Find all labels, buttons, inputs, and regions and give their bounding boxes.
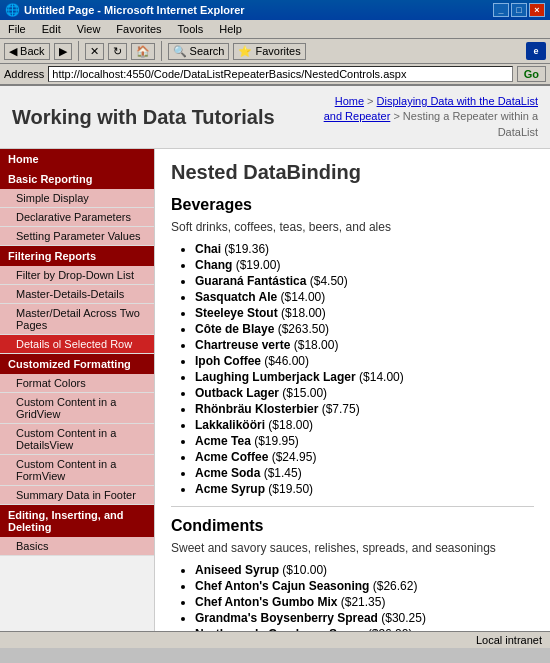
breadcrumb-home[interactable]: Home (335, 95, 364, 107)
section-divider (171, 506, 534, 507)
sidebar-item-custom-content-detailsview[interactable]: Custom Content in a DetailsView (0, 424, 154, 455)
sidebar-section-editing[interactable]: Editing, Inserting, and Deleting (0, 505, 154, 537)
list-item: Chartreuse verte ($18.00) (195, 338, 534, 352)
search-button[interactable]: 🔍 Search (168, 43, 230, 60)
address-label: Address (4, 68, 44, 80)
favorites-button[interactable]: ⭐ Favorites (233, 43, 305, 60)
home-button[interactable]: 🏠 (131, 43, 155, 60)
menu-help[interactable]: Help (215, 22, 246, 36)
page-content: Working with Data Tutorials Home > Displ… (0, 86, 550, 631)
stop-button[interactable]: ✕ (85, 43, 104, 60)
window-title: Untitled Page - Microsoft Internet Explo… (24, 4, 245, 16)
category-beverages-title: Beverages (171, 196, 534, 214)
sidebar-section-basic-reporting[interactable]: Basic Reporting (0, 169, 154, 189)
list-item: Northwoods Cranberry Sauce ($36.00) (195, 627, 534, 631)
toolbar-sep-1 (78, 41, 79, 61)
condiments-product-list: Aniseed Syrup ($10.00) Chef Anton's Caju… (171, 563, 534, 631)
ie-logo: e (526, 42, 546, 60)
sidebar-item-format-colors[interactable]: Format Colors (0, 374, 154, 393)
status-bar: Local intranet (0, 631, 550, 648)
sidebar-item-master-details[interactable]: Master-Details-Details (0, 285, 154, 304)
category-beverages: Beverages Soft drinks, coffees, teas, be… (171, 196, 534, 496)
title-bar-controls[interactable]: _ □ × (493, 3, 545, 17)
menu-bar: File Edit View Favorites Tools Help (0, 20, 550, 39)
refresh-button[interactable]: ↻ (108, 43, 127, 60)
menu-edit[interactable]: Edit (38, 22, 65, 36)
sidebar-item-basics[interactable]: Basics (0, 537, 154, 556)
category-condiments: Condiments Sweet and savory sauces, reli… (171, 517, 534, 631)
zone-text: Local intranet (476, 634, 542, 646)
list-item: Acme Coffee ($24.95) (195, 450, 534, 464)
sidebar-section-filtering-reports[interactable]: Filtering Reports (0, 246, 154, 266)
title-bar: 🌐 Untitled Page - Microsoft Internet Exp… (0, 0, 550, 20)
minimize-button[interactable]: _ (493, 3, 509, 17)
category-beverages-desc: Soft drinks, coffees, teas, beers, and a… (171, 220, 534, 234)
sidebar-item-setting-parameter-values[interactable]: Setting Parameter Values (0, 227, 154, 246)
list-item: Chef Anton's Gumbo Mix ($21.35) (195, 595, 534, 609)
address-input[interactable] (48, 66, 512, 82)
list-item: Lakkalikööri ($18.00) (195, 418, 534, 432)
list-item: Grandma's Boysenberry Spread ($30.25) (195, 611, 534, 625)
menu-view[interactable]: View (73, 22, 105, 36)
toolbar: ◀ Back ▶ ✕ ↻ 🏠 🔍 Search ⭐ Favorites e (0, 39, 550, 64)
content-area: Nested DataBinding Beverages Soft drinks… (155, 149, 550, 631)
title-bar-left: 🌐 Untitled Page - Microsoft Internet Exp… (5, 3, 245, 17)
list-item: Aniseed Syrup ($10.00) (195, 563, 534, 577)
sidebar-item-summary-data-footer[interactable]: Summary Data in Footer (0, 486, 154, 505)
close-button[interactable]: × (529, 3, 545, 17)
back-button[interactable]: ◀ Back (4, 43, 50, 60)
site-title: Working with Data Tutorials (12, 106, 275, 129)
list-item: Chai ($19.36) (195, 242, 534, 256)
list-item: Ipoh Coffee ($46.00) (195, 354, 534, 368)
list-item: Outback Lager ($15.00) (195, 386, 534, 400)
list-item: Côte de Blaye ($263.50) (195, 322, 534, 336)
list-item: Guaraná Fantástica ($4.50) (195, 274, 534, 288)
list-item: Steeleye Stout ($18.00) (195, 306, 534, 320)
sidebar: Home Basic Reporting Simple Display Decl… (0, 149, 155, 631)
sidebar-item-simple-display[interactable]: Simple Display (0, 189, 154, 208)
address-bar: Address Go (0, 64, 550, 86)
toolbar-sep-2 (161, 41, 162, 61)
main-layout: Home Basic Reporting Simple Display Decl… (0, 149, 550, 631)
sidebar-section-customized-formatting[interactable]: Customized Formatting (0, 354, 154, 374)
list-item: Acme Tea ($19.95) (195, 434, 534, 448)
list-item: Acme Soda ($1.45) (195, 466, 534, 480)
list-item: Chef Anton's Cajun Seasoning ($26.62) (195, 579, 534, 593)
category-condiments-desc: Sweet and savory sauces, relishes, sprea… (171, 541, 534, 555)
ie-icon: 🌐 (5, 3, 20, 17)
breadcrumb: Home > Displaying Data with the DataList… (318, 94, 538, 140)
maximize-button[interactable]: □ (511, 3, 527, 17)
go-button[interactable]: Go (517, 66, 546, 82)
list-item: Laughing Lumberjack Lager ($14.00) (195, 370, 534, 384)
list-item: Chang ($19.00) (195, 258, 534, 272)
menu-favorites[interactable]: Favorites (112, 22, 165, 36)
forward-button[interactable]: ▶ (54, 43, 72, 60)
page-header: Working with Data Tutorials Home > Displ… (0, 86, 550, 149)
sidebar-item-custom-content-gridview[interactable]: Custom Content in a GridView (0, 393, 154, 424)
beverages-product-list: Chai ($19.36) Chang ($19.00) Guaraná Fan… (171, 242, 534, 496)
sidebar-item-details-selected-row[interactable]: Details ol Selected Row (0, 335, 154, 354)
content-title: Nested DataBinding (171, 161, 534, 184)
sidebar-item-home[interactable]: Home (0, 149, 154, 169)
menu-tools[interactable]: Tools (174, 22, 208, 36)
list-item: Rhönbräu Klosterbier ($7.75) (195, 402, 534, 416)
sidebar-item-filter-dropdown[interactable]: Filter by Drop-Down List (0, 266, 154, 285)
category-condiments-title: Condiments (171, 517, 534, 535)
sidebar-item-declarative-parameters[interactable]: Declarative Parameters (0, 208, 154, 227)
sidebar-item-custom-content-formview[interactable]: Custom Content in a FormView (0, 455, 154, 486)
list-item: Acme Syrup ($19.50) (195, 482, 534, 496)
sidebar-item-master-detail-across[interactable]: Master/Detail Across Two Pages (0, 304, 154, 335)
list-item: Sasquatch Ale ($14.00) (195, 290, 534, 304)
menu-file[interactable]: File (4, 22, 30, 36)
